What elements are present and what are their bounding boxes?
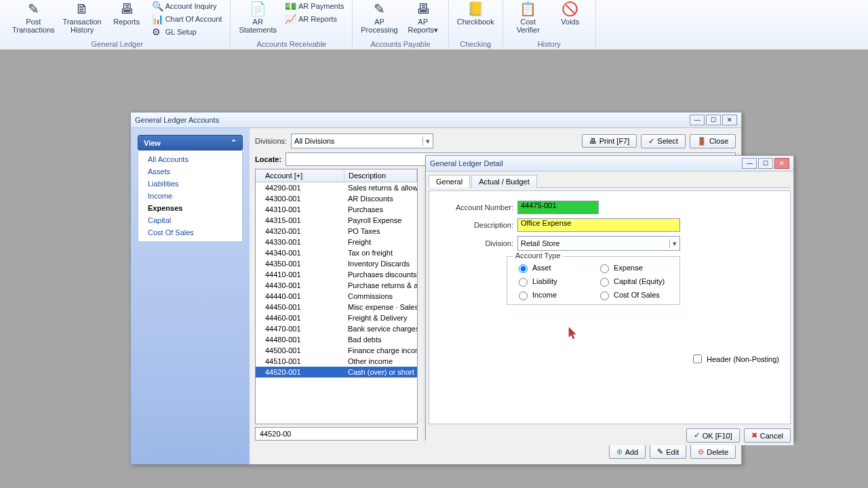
table-row[interactable]: 44315-001Payroll Expense bbox=[256, 215, 417, 226]
close-button[interactable]: ✕ bbox=[722, 115, 737, 125]
table-row[interactable]: 44470-001Bank service charges bbox=[256, 323, 417, 334]
footer-account-input[interactable]: 44520-00 bbox=[255, 427, 418, 441]
ribbon-icon: ✎ bbox=[370, 1, 389, 17]
tab-general[interactable]: General bbox=[429, 175, 470, 188]
table-row[interactable]: 44350-001Inventory Discards bbox=[256, 258, 417, 269]
plus-icon: ⊕ bbox=[616, 447, 623, 456]
table-row[interactable]: 44480-001Bad debts bbox=[256, 334, 417, 345]
close-window-button[interactable]: 🚪Close bbox=[690, 134, 736, 148]
sidebar-item-cost-of-sales[interactable]: Cost Of Sales bbox=[138, 226, 242, 239]
minimize-button[interactable]: — bbox=[742, 158, 757, 169]
ribbon-chart-of-account[interactable]: 📊Chart Of Account bbox=[149, 13, 225, 25]
ribbon-icon: 📊 bbox=[152, 14, 163, 24]
view-header[interactable]: View ⌃ bbox=[138, 135, 243, 150]
col-description[interactable]: Description bbox=[344, 169, 417, 182]
detail-titlebar: General Ledger Detail — ☐ ✕ bbox=[426, 156, 793, 171]
ribbon-ar-payments[interactable]: 💵AR Payments bbox=[282, 0, 347, 12]
sidebar-item-capital[interactable]: Capital bbox=[138, 214, 242, 226]
maximize-button[interactable]: ☐ bbox=[758, 158, 773, 169]
ribbon-group-label: Accounts Receivable bbox=[256, 40, 326, 49]
detail-window: General Ledger Detail — ☐ ✕ General Actu… bbox=[425, 155, 794, 440]
ribbon-gl-setup[interactable]: ⚙GL Setup bbox=[149, 26, 225, 38]
table-row[interactable]: 44510-001Other income bbox=[256, 356, 417, 367]
table-row[interactable]: 44410-001Purchases discounts bbox=[256, 269, 417, 280]
print-button[interactable]: 🖶Print [F7] bbox=[582, 134, 637, 148]
col-account[interactable]: Account [+] bbox=[256, 169, 344, 182]
ribbon-icon: 📒 bbox=[466, 1, 485, 17]
account-type-asset[interactable]: Asset bbox=[515, 262, 590, 273]
header-nonposting-checkbox[interactable] bbox=[693, 354, 702, 363]
maximize-button[interactable]: ☐ bbox=[706, 115, 721, 125]
ribbon-ap-reports▾[interactable]: 🖶APReports▾ bbox=[403, 0, 443, 35]
account-number-label: Account Number: bbox=[439, 203, 513, 211]
sidebar-item-expenses[interactable]: Expenses bbox=[138, 202, 242, 214]
table-row[interactable]: 44320-001PO Taxes bbox=[256, 226, 417, 237]
ribbon-checkbook[interactable]: 📒Checkbook bbox=[454, 0, 497, 26]
ribbon-group-label: General Ledger bbox=[91, 40, 142, 49]
ribbon-cost-verifier[interactable]: 📋CostVerifier bbox=[509, 0, 548, 35]
division-combo[interactable]: Retail Store▾ bbox=[517, 236, 680, 251]
ribbon-ar-statements[interactable]: 📄ARStatements bbox=[236, 0, 279, 35]
check-icon: ✓ bbox=[648, 137, 654, 146]
account-type-liability[interactable]: Liability bbox=[515, 276, 590, 287]
table-row[interactable]: 44310-001Purchases bbox=[256, 204, 417, 215]
door-icon: 🚪 bbox=[697, 137, 707, 146]
ok-button[interactable]: ✔OK [F10] bbox=[686, 428, 740, 443]
edit-button[interactable]: ✎Edit bbox=[650, 445, 686, 459]
table-row[interactable]: 44290-001Sales returns & allowance bbox=[256, 182, 417, 193]
account-type-legend: Account Type bbox=[513, 251, 563, 260]
close-button[interactable]: ✕ bbox=[774, 158, 789, 169]
divisions-combo[interactable]: All Divisions▾ bbox=[291, 134, 433, 148]
delete-button[interactable]: ⊖Delete bbox=[690, 445, 736, 459]
ribbon-ap-processing[interactable]: ✎APProcessing bbox=[358, 0, 400, 35]
view-list: All AccountsAssetsLiabilitiesIncomeExpen… bbox=[138, 150, 243, 242]
ribbon-icon: 🖶 bbox=[117, 1, 136, 17]
table-row[interactable]: 44300-001AR Discounts bbox=[256, 193, 417, 204]
ribbon-ar-reports[interactable]: 📈AR Reports bbox=[282, 13, 347, 25]
minimize-button[interactable]: — bbox=[690, 115, 705, 125]
ribbon-icon: 💵 bbox=[285, 1, 296, 12]
tab-actual-budget[interactable]: Actual / Budget bbox=[471, 175, 537, 188]
table-row[interactable]: 44520-001Cash (over) or short bbox=[256, 367, 417, 378]
sidebar-item-all-accounts[interactable]: All Accounts bbox=[138, 153, 242, 165]
sidebar-item-assets[interactable]: Assets bbox=[138, 165, 242, 178]
ribbon-post-transactions[interactable]: ✎PostTransactions bbox=[9, 0, 58, 38]
table-row[interactable]: 44460-001Freight & Delivery bbox=[256, 312, 417, 323]
sidebar-item-liabilities[interactable]: Liabilities bbox=[138, 178, 242, 190]
account-number-input[interactable]: 44475-001 bbox=[517, 201, 599, 214]
table-row[interactable]: 44440-001Commissions bbox=[256, 291, 417, 302]
gla-titlebar: General Ledger Accounts — ☐ ✕ bbox=[131, 113, 741, 128]
pencil-icon: ✎ bbox=[657, 447, 663, 456]
ribbon-icon: 🚫 bbox=[561, 1, 580, 17]
ribbon-transaction-history[interactable]: 🗎TransactionHistory bbox=[60, 0, 104, 38]
account-type-cost-of-sales[interactable]: Cost Of Sales bbox=[597, 289, 671, 300]
table-row[interactable]: 44500-001Finance charge income bbox=[256, 345, 417, 356]
ribbon-icon: 📄 bbox=[248, 1, 267, 17]
divisions-value: All Divisions bbox=[294, 137, 334, 145]
sidebar-item-income[interactable]: Income bbox=[138, 190, 242, 202]
ribbon-icon: 📋 bbox=[519, 1, 538, 17]
ribbon-icon: 🗎 bbox=[73, 1, 92, 17]
account-type-expense[interactable]: Expense bbox=[597, 262, 671, 273]
detail-window-controls: — ☐ ✕ bbox=[742, 158, 789, 169]
check-icon: ✔ bbox=[694, 431, 700, 440]
ribbon-reports[interactable]: 🖶Reports bbox=[107, 0, 146, 38]
printer-icon: 🖶 bbox=[589, 137, 597, 145]
header-nonposting-label: Header (Non-Posting) bbox=[707, 355, 779, 363]
add-button[interactable]: ⊕Add bbox=[609, 445, 646, 459]
division-label: Division: bbox=[439, 239, 513, 247]
cancel-button[interactable]: ✖Cancel bbox=[744, 428, 791, 443]
table-row[interactable]: 44430-001Purchase returns & allowa bbox=[256, 280, 417, 291]
ribbon-account-inquiry[interactable]: 🔍Account Inquiry bbox=[149, 0, 225, 12]
table-row[interactable]: 44450-001Misc expense · Sales bbox=[256, 302, 417, 312]
ribbon-group-label: Accounts Payable bbox=[370, 40, 430, 49]
description-input[interactable]: Office Expense bbox=[517, 218, 680, 232]
account-type-income[interactable]: Income bbox=[515, 289, 590, 300]
chevron-down-icon: ▾ bbox=[422, 137, 430, 146]
table-row[interactable]: 44340-001Tax on freight bbox=[256, 247, 417, 258]
table-row[interactable]: 44330-001Freight bbox=[256, 237, 417, 247]
select-button[interactable]: ✓Select bbox=[641, 134, 686, 148]
division-value: Retail Store bbox=[521, 239, 559, 247]
ribbon-voids[interactable]: 🚫Voids bbox=[551, 0, 590, 35]
account-type-capital-equity-[interactable]: Capital (Equity) bbox=[597, 276, 671, 287]
